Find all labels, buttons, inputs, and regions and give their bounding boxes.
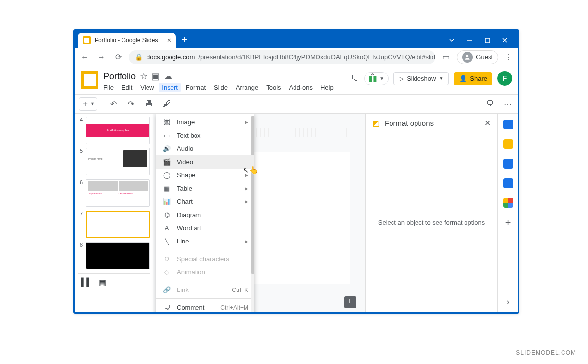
move-icon[interactable]: ▣ <box>151 71 160 82</box>
insert-line[interactable]: ╲Line▶ <box>156 235 254 248</box>
menu-item-label: Audio <box>177 145 193 152</box>
insert-diagram[interactable]: ⌬Diagram <box>156 208 254 221</box>
share-button[interactable]: 👤 Share <box>454 72 492 85</box>
insert-link: 🔗LinkCtrl+K <box>156 283 254 296</box>
browser-more-icon[interactable]: ⋮ <box>503 52 514 62</box>
menu-arrange[interactable]: Arrange <box>236 84 258 91</box>
new-slide-button[interactable]: ＋▼ <box>79 97 97 111</box>
explore-button[interactable] <box>344 296 356 308</box>
menu-item-label: Chart <box>177 198 193 205</box>
slide-thumbnails-panel[interactable]: 4 Portfolio samples 5 Project name 6 Pro… <box>75 114 153 312</box>
menu-item-icon: ⌬ <box>162 211 171 218</box>
thumb-number: 5 <box>78 148 83 175</box>
maps-icon[interactable] <box>503 198 513 208</box>
collapse-sidebar-icon[interactable]: › <box>507 297 510 307</box>
collapse-panel-icon[interactable]: ⌃ <box>366 72 379 81</box>
menu-help[interactable]: Help <box>320 84 334 91</box>
grid-view-icon[interactable]: ▦ <box>99 278 106 287</box>
new-tab-button[interactable]: + <box>176 34 193 48</box>
insert-shape[interactable]: ◯Shape▶ <box>156 169 254 182</box>
filmstrip-view-icon[interactable]: ▌▌ <box>81 278 92 287</box>
format-options-title: Format options <box>385 119 434 127</box>
add-addon-icon[interactable]: + <box>505 218 511 229</box>
url-path: /presentation/d/1KBPEIoajdHb8C4jyPDMOxdu… <box>198 53 435 61</box>
undo-icon[interactable]: ↶ <box>107 99 120 109</box>
menu-view[interactable]: View <box>140 84 154 91</box>
format-options-panel: ◩ Format options ✕ Select an object to s… <box>365 114 497 312</box>
insert-audio[interactable]: 🔊Audio <box>156 142 254 155</box>
menu-item-icon: 🎬 <box>162 158 171 166</box>
menu-file[interactable]: File <box>103 84 114 91</box>
window-close-icon[interactable] <box>501 37 508 44</box>
insert-menu-dropdown: 🖼Image▶▭Text box🔊Audio🎬Video◯Shape▶▦Tabl… <box>156 114 254 312</box>
insert-special-characters: ΩSpecial characters <box>156 252 254 266</box>
toolbar-more-icon[interactable]: ⋯ <box>501 99 514 109</box>
menu-format[interactable]: Format <box>186 84 206 91</box>
insert-image[interactable]: 🖼Image▶ <box>156 116 254 129</box>
svg-rect-1 <box>485 38 490 43</box>
doc-title[interactable]: Portfolio <box>103 72 136 82</box>
nav-back-icon[interactable]: ← <box>79 53 91 62</box>
attribution: SLIDEMODEL.COM <box>516 349 576 356</box>
menu-item-label: Link <box>177 286 189 293</box>
paint-format-icon[interactable]: 🖌 <box>160 99 173 108</box>
slides-logo-icon[interactable] <box>81 71 98 89</box>
tab-close-icon[interactable]: × <box>167 36 171 44</box>
share-person-icon: 👤 <box>459 75 467 82</box>
menu-insert[interactable]: Insert <box>159 83 181 92</box>
nav-forward-icon[interactable]: → <box>96 53 107 62</box>
thumb-number: 7 <box>78 211 83 238</box>
reading-list-icon[interactable]: ▭ <box>440 52 452 62</box>
redo-icon[interactable]: ↷ <box>125 99 138 109</box>
window-minimize-icon[interactable] <box>466 37 473 44</box>
slide-thumbnail[interactable]: Project nameProject name <box>86 179 150 207</box>
print-icon[interactable]: 🖶 <box>143 99 155 108</box>
insert-comment[interactable]: 🗨CommentCtrl+Alt+M <box>156 301 254 312</box>
calendar-icon[interactable] <box>503 120 513 129</box>
insert-video[interactable]: 🎬Video <box>156 155 254 169</box>
window-chevron-icon[interactable] <box>448 37 455 44</box>
slide-thumbnail-selected[interactable] <box>86 211 150 238</box>
slide-thumbnail[interactable] <box>86 242 150 269</box>
share-label: Share <box>470 75 487 82</box>
slideshow-button[interactable]: ▷ Slideshow ▼ <box>393 72 449 85</box>
keep-icon[interactable] <box>503 139 513 149</box>
browser-window: Portfolio - Google Slides × + ← → ⟳ 🔒 do… <box>74 29 519 314</box>
submenu-arrow-icon: ▶ <box>245 120 248 125</box>
menu-edit[interactable]: Edit <box>122 84 132 91</box>
slide-thumbnail[interactable]: Project name <box>86 148 150 175</box>
doc-title-row: Portfolio ☆ ▣ ☁ <box>103 71 334 82</box>
add-comment-icon[interactable]: 🗨 <box>484 99 496 108</box>
slides-app: Portfolio ☆ ▣ ☁ FileEditViewInsertFormat… <box>75 67 518 312</box>
insert-word-art[interactable]: AWord art <box>156 221 254 235</box>
url-box[interactable]: 🔒 docs.google.com/presentation/d/1KBPEIo… <box>129 50 435 64</box>
cloud-status-icon[interactable]: ☁ <box>164 71 172 82</box>
submenu-arrow-icon: ▶ <box>245 239 248 244</box>
insert-table[interactable]: ▦Table▶ <box>156 182 254 195</box>
menu-item-icon: Ω <box>162 255 171 263</box>
slide-thumbnail[interactable]: Portfolio samples <box>86 117 150 144</box>
user-avatar[interactable]: F <box>497 71 512 86</box>
browser-tab[interactable]: Portfolio - Google Slides × <box>78 33 176 48</box>
menu-slide[interactable]: Slide <box>214 84 228 91</box>
menu-item-label: Video <box>177 158 193 166</box>
star-icon[interactable]: ☆ <box>140 71 147 82</box>
thumb-number: 4 <box>78 117 83 144</box>
tasks-icon[interactable] <box>503 159 513 169</box>
insert-chart[interactable]: 📊Chart▶ <box>156 195 254 208</box>
window-maximize-icon[interactable] <box>484 37 490 44</box>
app-header: Portfolio ☆ ▣ ☁ FileEditViewInsertFormat… <box>75 67 518 91</box>
submenu-arrow-icon: ▶ <box>245 186 248 191</box>
nav-reload-icon[interactable]: ⟳ <box>112 52 124 62</box>
guest-chip[interactable]: Guest <box>457 50 498 64</box>
comments-history-icon[interactable]: 🗨 <box>351 74 359 83</box>
menu-add-ons[interactable]: Add-ons <box>289 84 313 91</box>
slideshow-label: Slideshow <box>407 75 436 82</box>
menu-item-label: Comment <box>177 304 204 311</box>
close-panel-icon[interactable]: ✕ <box>484 119 490 128</box>
contacts-icon[interactable] <box>503 178 513 188</box>
insert-text-box[interactable]: ▭Text box <box>156 129 254 142</box>
menu-tools[interactable]: Tools <box>266 84 281 91</box>
menu-item-label: Special characters <box>177 255 229 263</box>
menu-item-label: Diagram <box>177 211 201 218</box>
